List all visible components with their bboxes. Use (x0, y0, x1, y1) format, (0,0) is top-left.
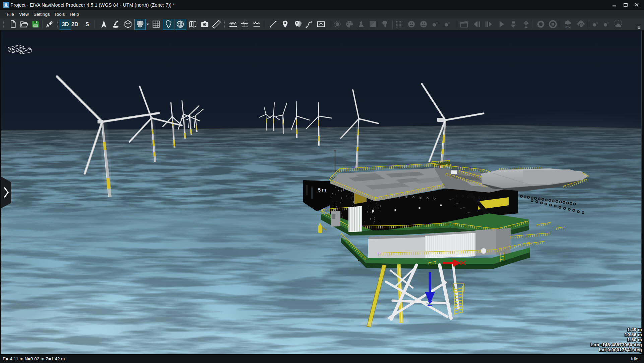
svg-text:1.49 m: 1.49 m (627, 327, 642, 332)
svg-text:Lon -145.48873050 deg: Lon -145.48873050 deg (591, 342, 642, 347)
svg-text:Lat 0.00017641 deg: Lat 0.00017641 deg (599, 347, 642, 352)
svg-text:1.50 m: 1.50 m (627, 337, 642, 342)
svg-text:5 m: 5 m (318, 187, 326, 193)
svg-text:19.56 m: 19.56 m (625, 332, 642, 337)
svg-text:XYZ: XYZ (565, 25, 571, 29)
